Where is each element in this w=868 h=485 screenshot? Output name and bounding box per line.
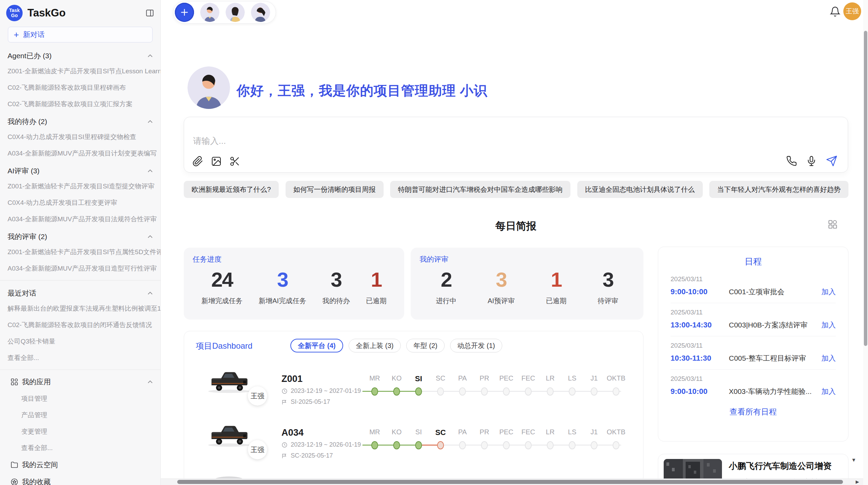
scroll-right-arrow-icon[interactable]: ▶: [856, 479, 859, 484]
milestone-dot[interactable]: [393, 441, 400, 449]
sidebar-group-ai-review[interactable]: AI评审 (3): [0, 162, 160, 178]
horizontal-scrollbar[interactable]: ▶: [161, 478, 868, 485]
milestone-dot-overdue[interactable]: [437, 441, 444, 449]
milestone-dot[interactable]: [459, 387, 466, 396]
sidebar-group-my-review[interactable]: 我的评审 (2): [0, 227, 160, 244]
vertical-scrollbar[interactable]: [863, 0, 868, 485]
new-session-button[interactable]: [175, 3, 194, 22]
bell-icon[interactable]: [830, 6, 841, 17]
sidebar-item-cloud-space[interactable]: 我的云空间: [0, 456, 160, 473]
milestone-dot[interactable]: [459, 441, 466, 449]
view-all-schedule-link[interactable]: 查看所有日程: [658, 407, 848, 417]
chat-input[interactable]: [192, 136, 674, 146]
sidebar-group-my-todo[interactable]: 我的待办 (2): [0, 112, 160, 129]
milestone-dot[interactable]: [393, 387, 400, 396]
milestone-dot[interactable]: [481, 387, 488, 396]
session-avatar[interactable]: [200, 3, 219, 22]
session-avatar[interactable]: [226, 3, 245, 22]
sidebar-item[interactable]: C02-飞腾新能源轻客改款项目立项汇报方案: [0, 96, 160, 112]
milestone-dot[interactable]: [437, 387, 444, 396]
join-link[interactable]: 加入: [821, 287, 836, 297]
sidebar: Task Go TaskGo + 新对话 Agent已办 (3) Z001-全新…: [0, 0, 161, 485]
sidebar-group-recent-chats[interactable]: 最近对话: [0, 284, 160, 300]
sidebar-item-favorites[interactable]: 我的收藏: [0, 473, 160, 485]
sidebar-item[interactable]: Z001-全新燃油轻卡产品开发项目SI节点属性5D文件评审: [0, 244, 160, 260]
schedule-event[interactable]: 2025/03/11 13:00-14:30 C003|H0B-方案冻结评审 加…: [671, 303, 836, 336]
sidebar-item[interactable]: Z001-全新燃油皮卡产品开发项目SI节点Lesson Learn报告: [0, 63, 160, 79]
sidebar-item-my-apps[interactable]: 我的应用: [0, 373, 160, 390]
sidebar-item[interactable]: C0X4-动力总成开发项目SI里程碑提交物检查: [0, 129, 160, 145]
milestone-dot[interactable]: [569, 441, 576, 449]
new-chat-button[interactable]: + 新对话: [8, 27, 153, 42]
milestone-dot[interactable]: [481, 441, 488, 449]
milestone-dot[interactable]: [503, 387, 510, 396]
milestone-dot[interactable]: [591, 387, 598, 396]
sidebar-item[interactable]: C02-飞腾新能源轻客改款项目里程碑画布: [0, 79, 160, 96]
sidebar-item[interactable]: A034-全新新能源MUV产品开发项目造型可行性评审: [0, 260, 160, 277]
sidebar-group-agent-done[interactable]: Agent已办 (3): [0, 47, 160, 63]
milestone-label: MR: [364, 374, 386, 382]
milestone-dot[interactable]: [525, 387, 532, 396]
tab-powertrain[interactable]: 动总开发 (1): [450, 339, 502, 352]
sidebar-item[interactable]: A034-全新新能源MUV产品开发项目计划变更表编写: [0, 145, 160, 162]
tab-model-year[interactable]: 年型 (2): [406, 339, 445, 352]
milestone-dot[interactable]: [613, 387, 619, 396]
suggestion-chip[interactable]: 如何写一份清晰的项目周报: [286, 181, 384, 198]
paperclip-icon[interactable]: [192, 156, 203, 167]
recent-chat-item[interactable]: 解释最新出台的欧盟报废车法规再生塑料比例被调至15%...: [0, 300, 160, 317]
app-item-change-mgmt[interactable]: 变更管理: [0, 423, 160, 440]
milestone-dot[interactable]: [525, 441, 532, 449]
milestone-dot[interactable]: [503, 441, 510, 449]
milestone-dot[interactable]: [591, 441, 598, 449]
project-row-z001[interactable]: 王强 Z001 2023-12-19 ~ 2027-01-19 SI-2025-…: [198, 364, 638, 418]
grid-circle-icon[interactable]: [828, 219, 838, 229]
flag-icon: [281, 399, 288, 405]
join-link[interactable]: 加入: [821, 353, 836, 363]
project-row-a034[interactable]: 王强 A034 2023-12-19 ~ 2026-01-19 SC-2025-…: [198, 418, 638, 472]
send-icon[interactable]: [826, 155, 837, 167]
milestone-dot[interactable]: [415, 441, 422, 449]
horizontal-scrollbar-thumb[interactable]: [177, 480, 843, 484]
sidebar-item[interactable]: C0X4-动力总成开发项目工程变更评审: [0, 195, 160, 211]
recent-view-all[interactable]: 查看全部...: [0, 350, 160, 366]
user-avatar[interactable]: 王强: [843, 2, 861, 20]
join-link[interactable]: 加入: [821, 387, 836, 396]
milestone-dot[interactable]: [415, 387, 422, 396]
milestone-dot[interactable]: [547, 387, 554, 396]
recent-chat-item[interactable]: 公司Q3轻卡销量: [0, 333, 160, 350]
stats-row: 2 进行中 3 AI预评审 1 已逾期 3 待评审: [411, 270, 643, 306]
scroll-down-arrow-icon[interactable]: ▼: [851, 457, 856, 463]
suggestion-chip[interactable]: 特朗普可能对进口汽车增税会对中国车企造成哪些影响: [390, 181, 570, 198]
tab-new-platform[interactable]: 全新平台 (4): [290, 339, 343, 352]
milestone-dot[interactable]: [371, 441, 378, 449]
schedule-event[interactable]: 2025/03/11 9:00-10:00 X003-车辆动力学性能验... 加…: [671, 370, 836, 402]
image-icon[interactable]: [211, 156, 222, 167]
suggestion-chip[interactable]: 比亚迪全固态电池计划具体说了什么: [577, 181, 703, 198]
stat-label: 待评审: [598, 296, 618, 306]
sidebar-item[interactable]: Z001-全新燃油轻卡产品开发项目SI造型提交物评审: [0, 178, 160, 195]
schedule-event[interactable]: 2025/03/11 10:30-11:30 C005-整车工程目标评审 加入: [671, 336, 836, 370]
sidebar-item[interactable]: A034-全新新能源MUV产品开发项目法规符合性评审: [0, 211, 160, 227]
app-item-project-mgmt[interactable]: 项目管理: [0, 390, 160, 407]
suggestion-chip[interactable]: 当下年轻人对汽车外观有怎样的喜好趋势: [709, 181, 848, 198]
clock-icon: [281, 388, 288, 394]
join-link[interactable]: 加入: [821, 320, 836, 330]
recent-chat-item[interactable]: C02-飞腾新能源轻客改款项目的闭环通告反馈情况: [0, 317, 160, 333]
phone-icon[interactable]: [786, 156, 797, 166]
milestone-dot[interactable]: [371, 387, 378, 396]
schedule-event[interactable]: 2025/03/11 9:00-10:00 C001-立项审批会 加入: [671, 270, 836, 303]
tab-new-body[interactable]: 全新上装 (3): [349, 339, 401, 352]
scissors-icon[interactable]: [229, 156, 240, 167]
suggestion-chip[interactable]: 欧洲新规最近颁布了什么?: [184, 181, 279, 198]
apps-view-all[interactable]: 查看全部...: [0, 440, 160, 456]
vertical-scrollbar-thumb[interactable]: [864, 31, 867, 346]
app-item-product-mgmt[interactable]: 产品管理: [0, 407, 160, 423]
session-avatar[interactable]: [251, 3, 270, 22]
app-title: TaskGo: [27, 7, 141, 19]
milestone-dot[interactable]: [613, 441, 619, 449]
milestone-dot[interactable]: [569, 387, 576, 396]
panel-toggle-icon[interactable]: [145, 9, 154, 17]
sidebar-header: Task Go TaskGo: [0, 0, 160, 24]
mic-icon[interactable]: [806, 156, 817, 166]
milestone-dot[interactable]: [547, 441, 554, 449]
